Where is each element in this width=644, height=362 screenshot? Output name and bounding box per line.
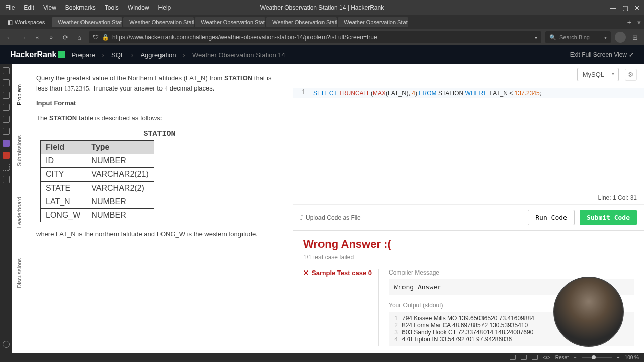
- schema-table: FieldType IDNUMBERCITYVARCHAR2(21)STATEV…: [40, 140, 154, 222]
- back-button[interactable]: ←: [4, 34, 14, 41]
- zoom-out-button[interactable]: −: [574, 355, 577, 360]
- panel-icon[interactable]: [3, 67, 10, 74]
- breadcrumb-prepare[interactable]: Prepare: [72, 51, 95, 59]
- lock-icon: 🔒: [102, 34, 109, 41]
- reload-button[interactable]: ⟳: [60, 34, 70, 41]
- test-case-item[interactable]: ✕ Sample Test case 0: [303, 269, 373, 277]
- browser-sidebar: [0, 64, 12, 353]
- chevron-down-icon: ▾: [612, 71, 614, 76]
- tabs-overflow-icon[interactable]: ▾: [637, 19, 641, 26]
- search-dropdown-icon[interactable]: ▾: [604, 35, 607, 40]
- status-bar: </> Reset − + 100 %: [0, 353, 644, 362]
- browser-tab[interactable]: Weather Observation Stati: [123, 17, 194, 27]
- minimize-icon[interactable]: —: [610, 4, 616, 12]
- add-panel-icon[interactable]: [3, 176, 10, 183]
- breadcrumb-current: Weather Observation Station 14: [192, 51, 285, 59]
- exit-fullscreen-button[interactable]: Exit Full Screen View ⤢: [570, 51, 634, 58]
- browser-navbar: ← → « » ⟳ ⌂ 🛡 🔒 https://www.hackerrank.c…: [0, 29, 644, 45]
- result-summary: 1/1 test case failed: [303, 254, 634, 261]
- problem-description: Query the greatest value of the Northern…: [26, 64, 293, 353]
- result-status: Wrong Answer :(: [303, 238, 634, 251]
- tab-leaderboard[interactable]: Leaderboard: [16, 197, 22, 228]
- zoom-in-button[interactable]: +: [617, 355, 620, 360]
- mail-icon[interactable]: [3, 128, 10, 135]
- cursor-position: Line: 1 Col: 31: [293, 191, 644, 204]
- menu-file[interactable]: File: [5, 4, 15, 11]
- zoom-level: 100 %: [625, 355, 639, 360]
- app-icon-3[interactable]: [3, 164, 10, 171]
- devtools-icon[interactable]: </>: [543, 355, 550, 360]
- search-icon: 🔍: [549, 34, 556, 41]
- app-menubar: FileEditViewBookmarksToolsWindowHelp Wea…: [0, 0, 644, 15]
- compiler-message-label: Compiler Message: [389, 269, 634, 276]
- problem-tabs-rail: Problem Submissions Leaderboard Discussi…: [12, 64, 26, 353]
- close-icon[interactable]: ✕: [634, 4, 640, 12]
- gear-icon: ⚙: [628, 71, 634, 78]
- maximize-icon[interactable]: ▢: [622, 4, 628, 12]
- shield-icon: 🛡: [93, 34, 99, 41]
- run-code-button[interactable]: Run Code: [528, 210, 575, 225]
- menu-view[interactable]: View: [43, 4, 56, 11]
- home-button[interactable]: ⌂: [74, 34, 85, 41]
- rewind-button[interactable]: «: [32, 35, 42, 40]
- tab-submissions[interactable]: Submissions: [16, 135, 22, 166]
- menu-edit[interactable]: Edit: [24, 4, 34, 11]
- hackerrank-header: HackerRank Prepare › SQL › Aggregation ›…: [0, 45, 644, 64]
- address-bar[interactable]: 🛡 🔒 https://www.hackerrank.com/challenge…: [89, 31, 541, 43]
- settings-icon[interactable]: [3, 341, 10, 348]
- new-tab-button[interactable]: +: [624, 18, 634, 26]
- browser-tab[interactable]: Weather Observation Stati: [52, 17, 122, 27]
- upload-icon: ⤴: [300, 214, 303, 221]
- search-input[interactable]: 🔍 Search Bing ▾: [545, 31, 611, 43]
- tab-discussions[interactable]: Discussions: [16, 258, 22, 288]
- browser-tab[interactable]: Weather Observation Stati: [338, 17, 408, 27]
- breadcrumb-aggregation[interactable]: Aggregation: [140, 51, 176, 59]
- extensions-icon[interactable]: ⊞: [630, 34, 640, 41]
- language-select[interactable]: MySQL ▾: [577, 68, 619, 81]
- screen-icon[interactable]: [521, 355, 527, 360]
- collapse-icon: ⤢: [629, 51, 634, 58]
- workspaces-button[interactable]: ◧ Workspaces: [3, 17, 49, 27]
- tab-problem[interactable]: Problem: [16, 84, 22, 105]
- bookmarks-icon[interactable]: [3, 79, 10, 86]
- url-dropdown-icon[interactable]: ▾: [535, 35, 537, 40]
- schema-footnote: where LAT_N is the northern latitude and…: [36, 229, 283, 239]
- history-icon[interactable]: [3, 92, 10, 99]
- input-format-heading: Input Format: [36, 99, 76, 107]
- app-icon-1[interactable]: [3, 140, 10, 147]
- browser-tab[interactable]: Weather Observation Stati: [266, 17, 337, 27]
- breadcrumb-sql[interactable]: SQL: [111, 51, 124, 59]
- upload-code-link[interactable]: ⤴ Upload Code as File: [300, 214, 361, 221]
- profile-avatar[interactable]: [615, 32, 626, 43]
- reset-zoom-button[interactable]: Reset: [555, 355, 569, 360]
- notes-icon[interactable]: [3, 116, 10, 123]
- webcam-overlay: [553, 277, 624, 347]
- hackerrank-logo[interactable]: HackerRank: [10, 50, 65, 59]
- fail-icon: ✕: [303, 269, 309, 277]
- tab-bar: ◧ Workspaces Weather Observation StatiWe…: [0, 15, 644, 29]
- menu-tools[interactable]: Tools: [105, 4, 119, 11]
- browser-tab[interactable]: Weather Observation Stati: [195, 17, 265, 27]
- menu-help[interactable]: Help: [158, 4, 171, 11]
- editor-settings-button[interactable]: ⚙: [625, 69, 637, 81]
- app-icon-2[interactable]: [3, 152, 10, 159]
- submit-code-button[interactable]: Submit Code: [580, 210, 637, 225]
- forward-button[interactable]: →: [18, 34, 28, 41]
- capture-icon[interactable]: [510, 355, 516, 360]
- tile-icon[interactable]: [532, 355, 538, 360]
- menu-window[interactable]: Window: [128, 4, 149, 11]
- zoom-slider[interactable]: [582, 357, 612, 358]
- menu-bookmarks[interactable]: Bookmarks: [65, 4, 96, 11]
- window-title: Weather Observation Station 14 | HackerR…: [260, 4, 384, 11]
- fastfwd-button[interactable]: »: [46, 35, 56, 40]
- downloads-icon[interactable]: [3, 104, 10, 111]
- code-editor[interactable]: 1 SELECT TRUNCATE(MAX(LAT_N), 4) FROM ST…: [293, 85, 644, 191]
- schema-title: STATION: [36, 130, 283, 138]
- bookmark-icon[interactable]: ☐: [526, 34, 532, 41]
